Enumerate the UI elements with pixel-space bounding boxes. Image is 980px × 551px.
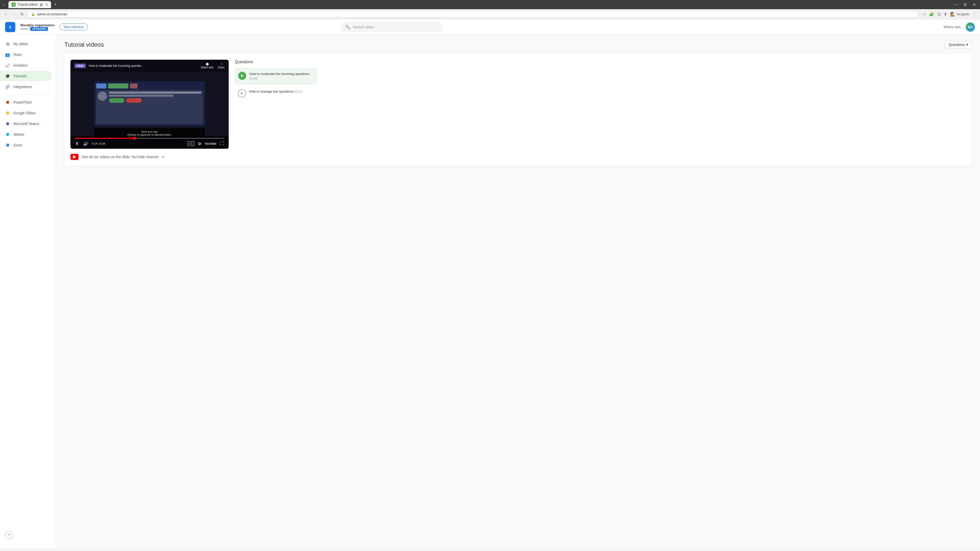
questions-dropdown-btn[interactable]: Questions ▾	[945, 41, 972, 48]
active-browser-tab[interactable]: S Tutorial videos 🔊 ✕	[8, 1, 51, 8]
play-icon-q2[interactable]	[238, 89, 246, 97]
window-restore-btn[interactable]: ⧉	[962, 1, 969, 8]
mock-dismiss-btn	[126, 98, 142, 103]
tab-sound-icon: 🔊	[40, 3, 43, 6]
address-bar-actions: ☆ 🧩 ⊡ ⬇ 🕵 Incognito ⋮	[923, 11, 977, 17]
share-label: Share	[218, 66, 224, 69]
slido-logo-icon: S	[5, 22, 15, 32]
youtube-link-label: See all our videos on the Slido YouTube …	[82, 155, 159, 159]
watch-later-icon: 🕐	[206, 63, 209, 65]
youtube-channel-link[interactable]: See all our videos on the Slido YouTube …	[70, 154, 229, 160]
mock-action-buttons	[109, 98, 201, 103]
sidebar-item-analytics[interactable]: 📈 Analytics	[0, 60, 52, 70]
questions-panel-title: Questions	[235, 60, 317, 64]
video-overlay: slido How to moderate the incoming quest…	[70, 60, 229, 149]
browser-tab-bar: ‹ S Tutorial videos 🔊 ✕ + — ⧉ ✕	[0, 0, 980, 9]
svg-marker-1	[241, 75, 243, 77]
subtitle-line-2: choose to approve or dismiss them.	[98, 133, 201, 136]
slido-logo-in-video: slido	[75, 64, 86, 68]
sidebar-item-integrations[interactable]: 🔗 Integrations	[0, 82, 52, 92]
mock-text-line-2	[109, 95, 173, 97]
integrations-icon: 🔗	[5, 84, 10, 89]
menu-icon[interactable]: ⋮	[972, 11, 977, 17]
sidebar-item-my-slidos[interactable]: ⊞ My slidos	[0, 39, 52, 49]
questions-dropdown-label: Questions	[948, 43, 965, 47]
watch-later-btn[interactable]: 🕐 Watch later	[201, 63, 213, 69]
question-label-2: How to manage live questions (0:27)	[249, 89, 302, 94]
mock-btn-2	[108, 83, 128, 89]
sidebar-item-webex[interactable]: Webex	[0, 129, 52, 140]
main-container: ⊞ My slidos 👥 Team 📈 Analytics 🎓 Tutoria…	[0, 35, 980, 548]
powerpoint-icon	[5, 100, 10, 105]
youtube-icon	[70, 154, 79, 160]
video-top-bar: slido How to moderate the incoming quest…	[70, 60, 229, 72]
questions-panel: Questions How to moderate the incoming q	[235, 60, 317, 160]
screenshot-icon[interactable]: ⊡	[937, 12, 941, 17]
forward-btn[interactable]: →	[11, 11, 18, 17]
progress-thumb	[133, 137, 136, 140]
share-btn[interactable]: ↗ Share	[218, 63, 224, 69]
cc-button[interactable]: CC	[188, 141, 194, 146]
sidebar-item-powerpoint[interactable]: PowerPoint	[0, 97, 52, 107]
fullscreen-button[interactable]: ⛶	[220, 141, 224, 146]
help-button[interactable]: ?	[5, 531, 13, 539]
tab-label: Tutorial videos	[18, 3, 38, 6]
video-action-buttons: 🕐 Watch later ↗ Share	[201, 63, 224, 69]
address-bar[interactable]: 🔒 admin.sli.do/tutorials	[27, 11, 918, 17]
pause-button[interactable]: ⏸	[75, 141, 80, 146]
mock-approve-btn	[109, 98, 124, 103]
sidebar-item-microsoft-teams-label: Microsoft Teams	[13, 122, 39, 126]
question-text-container-2: How to manage live questions (0:27)	[249, 89, 302, 94]
sidebar-item-microsoft-teams[interactable]: Microsoft Teams	[0, 119, 52, 129]
controls-row: ⏸ 🔊 0:14 / 0:34 CC ⚙ YouTube	[75, 141, 224, 147]
youtube-play-triangle	[73, 155, 76, 159]
mock-content-row	[98, 92, 201, 103]
volume-button[interactable]: 🔊	[83, 141, 89, 147]
tab-close-btn[interactable]: ✕	[45, 3, 48, 6]
sidebar-item-tutorials[interactable]: 🎓 Tutorials	[0, 71, 52, 81]
analytics-icon: 📈	[5, 63, 10, 68]
user-avatar[interactable]: MJ	[966, 22, 975, 32]
controls-right: CC ⚙ YouTube ⛶	[188, 141, 224, 147]
bookmark-icon[interactable]: ☆	[923, 12, 926, 17]
back-btn[interactable]: ←	[3, 11, 9, 17]
webex-icon	[5, 132, 10, 137]
video-middle: here you can choose to approve or dismis…	[70, 72, 229, 136]
zoom-icon	[5, 143, 10, 148]
search-placeholder: Search slidos	[353, 25, 374, 29]
new-interface-button[interactable]: New interface	[60, 24, 88, 30]
download-icon[interactable]: ⬇	[944, 12, 947, 17]
tab-nav-prev[interactable]: ‹	[2, 1, 5, 8]
new-tab-btn[interactable]: +	[52, 2, 59, 7]
video-mock-toolbar	[96, 83, 203, 89]
settings-button[interactable]: ⚙	[197, 141, 202, 147]
play-icon-q1[interactable]	[238, 72, 246, 80]
sidebar-item-zoom[interactable]: Zoom	[0, 140, 52, 150]
lock-icon: 🔒	[31, 13, 35, 16]
sidebar-item-google-slides[interactable]: Google Slides	[0, 108, 52, 118]
page-title: Tutorial videos	[64, 41, 104, 48]
sidebar-item-powerpoint-label: PowerPoint	[13, 100, 32, 104]
question-item-1[interactable]: How to moderate the incoming questions (…	[235, 68, 317, 84]
whats-new-button[interactable]: What's new	[943, 25, 961, 29]
video-player[interactable]: slido How to moderate the incoming quest…	[70, 60, 229, 149]
share-icon: ↗	[220, 63, 222, 65]
sidebar-item-google-slides-label: Google Slides	[13, 111, 35, 115]
window-minimize-btn[interactable]: —	[951, 1, 959, 8]
window-close-btn[interactable]: ✕	[970, 1, 978, 8]
search-bar[interactable]: 🔍 Search slidos	[341, 22, 443, 32]
external-link-icon: ↗	[162, 155, 165, 159]
extensions-icon[interactable]: 🧩	[929, 12, 934, 17]
video-progress-bar[interactable]	[75, 138, 224, 139]
logo: S	[5, 22, 15, 32]
upgrade-button[interactable]: UPGRADE	[30, 27, 48, 31]
sidebar-item-team[interactable]: 👥 Team	[0, 49, 52, 60]
incognito-icon: 🕵	[950, 12, 955, 17]
video-card: slido How to moderate the incoming quest…	[64, 54, 972, 166]
controls-left: ⏸ 🔊 0:14 / 0:34	[75, 141, 105, 147]
progress-fill	[75, 138, 135, 139]
content-area: Tutorial videos Questions ▾ s	[56, 35, 980, 548]
team-icon: 👥	[5, 52, 10, 57]
question-item-2[interactable]: How to manage live questions (0:27)	[235, 86, 317, 100]
refresh-btn[interactable]: ↻	[19, 11, 25, 17]
